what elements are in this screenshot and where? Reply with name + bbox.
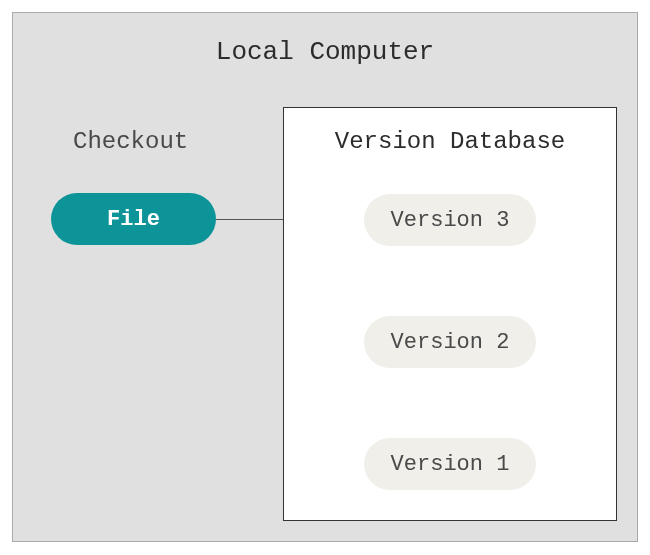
version-node-1: Version 1 xyxy=(364,438,536,490)
version-node-3-label: Version 3 xyxy=(391,208,510,233)
file-node-label: File xyxy=(107,207,160,232)
checkout-label: Checkout xyxy=(73,128,188,155)
version-node-1-label: Version 1 xyxy=(391,452,510,477)
version-node-2: Version 2 xyxy=(364,316,536,368)
diagram-title: Local Computer xyxy=(13,37,637,67)
local-computer-box: Local Computer Checkout File Version Dat… xyxy=(12,12,638,542)
version-database-title: Version Database xyxy=(284,128,616,155)
version-node-3: Version 3 xyxy=(364,194,536,246)
version-node-2-label: Version 2 xyxy=(391,330,510,355)
version-database-box: Version Database Version 3 Version 2 Ver… xyxy=(283,107,617,521)
file-node: File xyxy=(51,193,216,245)
